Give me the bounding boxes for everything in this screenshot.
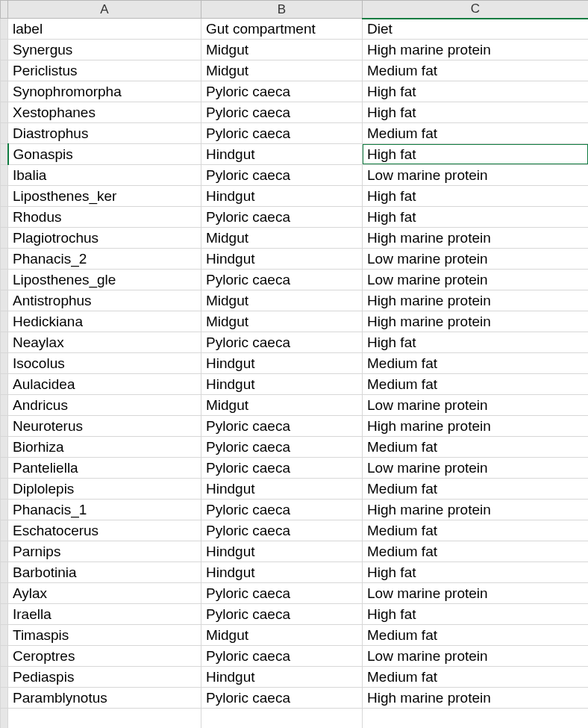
cell[interactable] (201, 709, 363, 729)
cell[interactable]: Pyloric caeca (201, 500, 363, 520)
row-header[interactable] (1, 479, 8, 500)
row-header[interactable] (1, 604, 8, 625)
cell[interactable]: Isocolus (8, 353, 201, 374)
cell[interactable]: Hindgut (201, 562, 363, 583)
cell[interactable]: Medium fat (363, 520, 589, 541)
cell[interactable]: High fat (363, 207, 589, 228)
cell[interactable]: Medium fat (363, 60, 589, 81)
row-header[interactable] (1, 123, 8, 144)
cell[interactable]: Parnips (8, 541, 201, 562)
row-header[interactable] (1, 520, 8, 541)
row-header[interactable] (1, 458, 8, 479)
cell[interactable]: Hindgut (201, 667, 363, 688)
cell[interactable]: Xestophanes (8, 102, 201, 123)
cell[interactable]: Barbotinia (8, 562, 201, 583)
cell[interactable]: Midgut (201, 228, 363, 249)
row-header[interactable] (1, 332, 8, 353)
cell[interactable]: Hedickiana (8, 311, 201, 332)
cell[interactable]: Timaspis (8, 625, 201, 646)
row-header[interactable] (1, 144, 8, 165)
cell[interactable] (8, 709, 201, 729)
cell[interactable]: Neaylax (8, 332, 201, 353)
cell[interactable]: label (8, 19, 201, 40)
cell[interactable]: Pyloric caeca (201, 604, 363, 625)
row-header[interactable] (1, 165, 8, 186)
row-header[interactable] (1, 709, 8, 729)
cell[interactable]: Gonaspis (8, 144, 201, 165)
cell[interactable]: Hindgut (201, 186, 363, 207)
cell[interactable]: Panteliella (8, 458, 201, 479)
row-header[interactable] (1, 270, 8, 290)
cell[interactable]: High marine protein (363, 688, 589, 709)
row-header[interactable] (1, 228, 8, 249)
cell[interactable]: High marine protein (363, 500, 589, 520)
cell[interactable]: Pyloric caeca (201, 102, 363, 123)
cell[interactable]: Pyloric caeca (201, 207, 363, 228)
row-header[interactable] (1, 646, 8, 667)
cell[interactable]: Pyloric caeca (201, 583, 363, 604)
cell[interactable]: Andricus (8, 395, 201, 416)
cell[interactable]: High marine protein (363, 40, 589, 60)
cell[interactable]: High fat (363, 144, 589, 165)
cell[interactable]: Pyloric caeca (201, 416, 363, 437)
row-header[interactable] (1, 19, 8, 40)
row-header[interactable] (1, 40, 8, 60)
cell[interactable]: Medium fat (363, 374, 589, 395)
cell[interactable]: High marine protein (363, 416, 589, 437)
row-header[interactable] (1, 374, 8, 395)
cell[interactable]: Hindgut (201, 479, 363, 500)
cell[interactable]: Ceroptres (8, 646, 201, 667)
cell[interactable]: Low marine protein (363, 458, 589, 479)
cell[interactable]: Pyloric caeca (201, 437, 363, 458)
row-header[interactable] (1, 583, 8, 604)
cell[interactable]: Aulacidea (8, 374, 201, 395)
cell[interactable]: Hindgut (201, 374, 363, 395)
row-header[interactable] (1, 541, 8, 562)
cell[interactable]: Low marine protein (363, 249, 589, 270)
cell[interactable]: High fat (363, 604, 589, 625)
cell[interactable]: High fat (363, 562, 589, 583)
cell[interactable]: Medium fat (363, 625, 589, 646)
cell[interactable]: Midgut (201, 60, 363, 81)
cell[interactable]: Medium fat (363, 353, 589, 374)
row-header[interactable] (1, 207, 8, 228)
cell[interactable]: Biorhiza (8, 437, 201, 458)
cell[interactable]: Rhodus (8, 207, 201, 228)
row-header[interactable] (1, 249, 8, 270)
cell[interactable]: Periclistus (8, 60, 201, 81)
cell[interactable]: Pyloric caeca (201, 688, 363, 709)
cell[interactable]: Low marine protein (363, 395, 589, 416)
cell[interactable]: Iraella (8, 604, 201, 625)
row-header[interactable] (1, 311, 8, 332)
row-header[interactable] (1, 625, 8, 646)
row-header[interactable] (1, 186, 8, 207)
cell[interactable]: Hindgut (201, 353, 363, 374)
row-header[interactable] (1, 81, 8, 102)
cell[interactable]: Hindgut (201, 541, 363, 562)
row-header[interactable] (1, 437, 8, 458)
row-header[interactable] (1, 688, 8, 709)
cell[interactable]: High fat (363, 102, 589, 123)
cell[interactable]: Low marine protein (363, 583, 589, 604)
column-header-B[interactable]: B (201, 1, 363, 19)
cell[interactable] (363, 709, 589, 729)
cell[interactable]: Medium fat (363, 667, 589, 688)
cell[interactable]: Pyloric caeca (201, 458, 363, 479)
spreadsheet-grid[interactable]: A B C label Gut compartment Diet Synergu… (0, 0, 588, 728)
cell[interactable]: Medium fat (363, 437, 589, 458)
cell[interactable]: Paramblynotus (8, 688, 201, 709)
cell[interactable]: Medium fat (363, 479, 589, 500)
cell[interactable]: High fat (363, 81, 589, 102)
cell[interactable]: Pyloric caeca (201, 123, 363, 144)
cell[interactable]: Diet (363, 19, 589, 40)
cell[interactable]: Liposthenes_gle (8, 270, 201, 290)
cell[interactable]: Low marine protein (363, 270, 589, 290)
row-header[interactable] (1, 416, 8, 437)
cell[interactable]: High marine protein (363, 228, 589, 249)
cell[interactable]: Antistrophus (8, 290, 201, 311)
cell[interactable]: Pyloric caeca (201, 165, 363, 186)
row-header[interactable] (1, 667, 8, 688)
row-header[interactable] (1, 290, 8, 311)
cell[interactable]: High marine protein (363, 311, 589, 332)
select-all-corner[interactable] (1, 1, 8, 19)
